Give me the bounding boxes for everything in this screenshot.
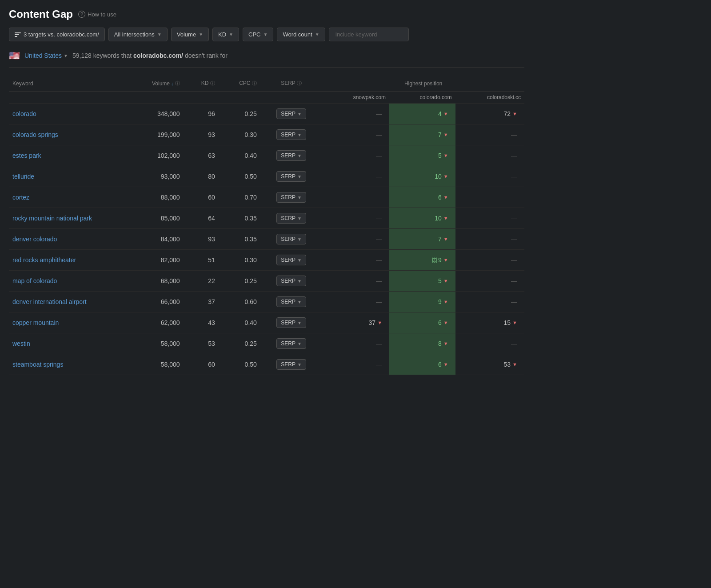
- dash-indicator: —: [376, 173, 382, 180]
- keyword-cell[interactable]: telluride: [9, 166, 124, 187]
- keyword-cell[interactable]: denver international airport: [9, 292, 124, 312]
- kd-cell: 60: [184, 187, 219, 208]
- serp-cell: SERP ▼: [260, 354, 322, 375]
- position-cell-1: 6▼: [389, 354, 455, 375]
- position-cell-2: —: [455, 250, 524, 271]
- position-cell-2: —: [455, 292, 524, 312]
- position-cell-2: 72▼: [455, 104, 524, 124]
- serp-button[interactable]: SERP ▼: [276, 255, 306, 265]
- serp-button[interactable]: SERP ▼: [276, 338, 306, 349]
- position-number: 8▼: [438, 340, 448, 347]
- competitor2-subheader: colorado.com: [389, 92, 455, 104]
- dash-indicator: —: [376, 215, 382, 222]
- keyword-cell[interactable]: colorado springs: [9, 124, 124, 145]
- chevron-down-icon: ▼: [199, 32, 203, 37]
- keyword-cell[interactable]: rocky mountain national park: [9, 208, 124, 229]
- position-cell-1: 10▼: [389, 208, 455, 229]
- targets-filter-button[interactable]: 3 targets vs. coloradobc.com/: [9, 28, 105, 41]
- position-cell-1: 8▼: [389, 333, 455, 354]
- position-down-icon: ▼: [512, 362, 517, 367]
- keyword-cell[interactable]: map of colorado: [9, 271, 124, 292]
- highest-position-header: Highest position: [322, 76, 524, 92]
- country-dropdown[interactable]: United States ▼: [24, 52, 68, 59]
- kd-dropdown[interactable]: KD ▼: [212, 28, 239, 41]
- keyword-cell[interactable]: red rocks amphitheater: [9, 250, 124, 271]
- volume-cell: 82,000: [124, 250, 184, 271]
- position-cell-0: —: [322, 124, 389, 145]
- table-row: copper mountain62,000430.40SERP ▼37▼6▼15…: [9, 312, 524, 333]
- info-icon: ⓘ: [210, 80, 215, 86]
- dash-indicator: —: [376, 194, 382, 201]
- position-cell-1: 6▼: [389, 187, 455, 208]
- serp-button[interactable]: SERP ▼: [276, 192, 306, 203]
- dash-indicator: —: [511, 256, 517, 264]
- serp-cell: SERP ▼: [260, 208, 322, 229]
- volume-header[interactable]: Volume ↓ ⓘ: [124, 76, 184, 92]
- serp-button[interactable]: SERP ▼: [276, 108, 306, 119]
- serp-cell: SERP ▼: [260, 187, 322, 208]
- position-cell-2: —: [455, 145, 524, 166]
- volume-cell: 102,000: [124, 145, 184, 166]
- cpc-dropdown[interactable]: CPC ▼: [243, 28, 273, 41]
- table-row: cortez88,000600.70SERP ▼—6▼—: [9, 187, 524, 208]
- volume-cell: 84,000: [124, 229, 184, 250]
- volume-dropdown[interactable]: Volume ▼: [171, 28, 209, 41]
- serp-button[interactable]: SERP ▼: [276, 150, 306, 161]
- position-cell-2: —: [455, 208, 524, 229]
- keyword-cell[interactable]: westin: [9, 333, 124, 354]
- kd-header[interactable]: KD ⓘ: [184, 76, 219, 92]
- cpc-header[interactable]: CPC ⓘ: [219, 76, 260, 92]
- serp-button[interactable]: SERP ▼: [276, 171, 306, 182]
- kd-subheader: [184, 92, 219, 104]
- position-number: 72▼: [504, 110, 517, 117]
- kd-cell: 96: [184, 104, 219, 124]
- keyword-cell[interactable]: colorado: [9, 104, 124, 124]
- serp-button[interactable]: SERP ▼: [276, 317, 306, 328]
- serp-button[interactable]: SERP ▼: [276, 296, 306, 307]
- position-number: 10▼: [435, 173, 448, 180]
- image-icon: 🖼: [431, 257, 437, 264]
- cpc-cell: 0.60: [219, 292, 260, 312]
- volume-cell: 88,000: [124, 187, 184, 208]
- position-cell-0: —: [322, 208, 389, 229]
- cpc-cell: 0.35: [219, 208, 260, 229]
- volume-cell: 93,000: [124, 166, 184, 187]
- position-cell-0: —: [322, 271, 389, 292]
- serp-button[interactable]: SERP ▼: [276, 213, 306, 224]
- how-to-use-link[interactable]: ? How to use: [78, 11, 116, 18]
- serp-button[interactable]: SERP ▼: [276, 359, 306, 370]
- position-cell-0: 37▼: [322, 312, 389, 333]
- position-cell-2: —: [455, 166, 524, 187]
- dash-indicator: —: [376, 110, 382, 117]
- intersections-dropdown[interactable]: All intersections ▼: [108, 28, 168, 41]
- keyword-cell[interactable]: estes park: [9, 145, 124, 166]
- position-down-icon: ▼: [443, 195, 448, 200]
- serp-cell: SERP ▼: [260, 312, 322, 333]
- position-number: 6▼: [438, 319, 448, 326]
- table-row: estes park102,000630.40SERP ▼—5▼—: [9, 145, 524, 166]
- serp-header[interactable]: SERP ⓘ: [260, 76, 322, 92]
- position-cell-1: 6▼: [389, 312, 455, 333]
- table-row: steamboat springs58,000600.50SERP ▼—6▼53…: [9, 354, 524, 375]
- word-count-dropdown[interactable]: Word count ▼: [277, 28, 325, 41]
- cpc-cell: 0.50: [219, 354, 260, 375]
- include-keyword-input[interactable]: [329, 28, 409, 41]
- dash-indicator: —: [511, 131, 517, 138]
- kd-cell: 53: [184, 333, 219, 354]
- serp-button[interactable]: SERP ▼: [276, 234, 306, 244]
- position-cell-2: —: [455, 271, 524, 292]
- keyword-cell[interactable]: cortez: [9, 187, 124, 208]
- serp-cell: SERP ▼: [260, 229, 322, 250]
- position-number: 10▼: [435, 215, 448, 222]
- chevron-down-icon: ▼: [64, 53, 68, 58]
- serp-button[interactable]: SERP ▼: [276, 129, 306, 140]
- kd-cell: 43: [184, 312, 219, 333]
- keyword-cell[interactable]: copper mountain: [9, 312, 124, 333]
- serp-button[interactable]: SERP ▼: [276, 276, 306, 286]
- chevron-down-icon: ▼: [157, 32, 162, 37]
- volume-subheader: [124, 92, 184, 104]
- cpc-cell: 0.25: [219, 333, 260, 354]
- keyword-cell[interactable]: denver colorado: [9, 229, 124, 250]
- volume-cell: 58,000: [124, 333, 184, 354]
- keyword-cell[interactable]: steamboat springs: [9, 354, 124, 375]
